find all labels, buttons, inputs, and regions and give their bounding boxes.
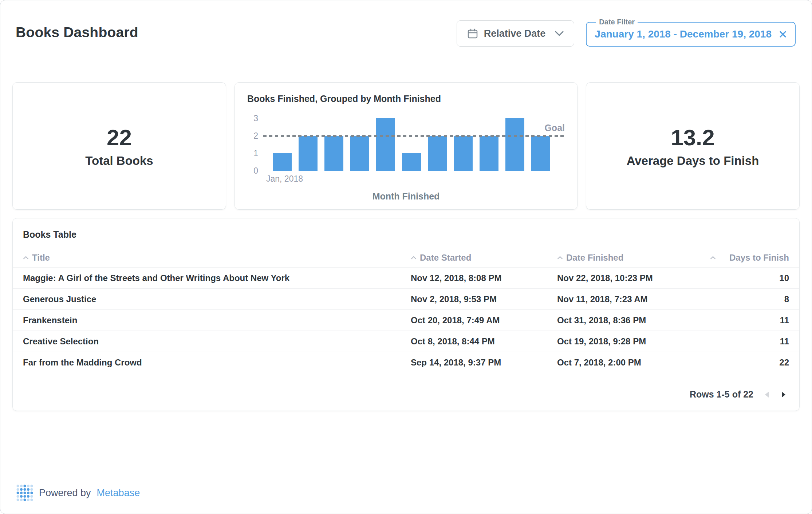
table-cell: Creative Selection: [23, 336, 411, 347]
column-header-title[interactable]: Title: [23, 253, 411, 263]
table-cell: 11: [703, 336, 789, 347]
bar-jan-2018[interactable]: [273, 153, 292, 171]
table-pagination: Rows 1-5 of 22: [13, 373, 799, 401]
cards-row: 22 Total Books Books Finished, Grouped b…: [12, 82, 800, 210]
table-cell: Far from the Madding Crowd: [23, 357, 411, 368]
column-label: Date Started: [420, 253, 471, 263]
x-axis-title: Month Finished: [247, 191, 565, 202]
date-filter-clear-button[interactable]: [779, 30, 787, 38]
table-cell: Oct 8, 2018, 8:44 PM: [411, 336, 557, 347]
avg-days-value: 13.2: [671, 124, 715, 150]
prev-page-icon: [764, 391, 769, 398]
dashboard-page: Books Dashboard Relative Date: [0, 0, 812, 514]
dashboard-header: Books Dashboard Relative Date: [0, 0, 812, 47]
table-cell: Oct 31, 2018, 8:36 PM: [557, 315, 703, 325]
table-cell: 11: [703, 315, 789, 325]
table-cell: 8: [703, 294, 789, 304]
table-cell: Nov 22, 2018, 10:23 PM: [557, 273, 703, 283]
prev-page-button[interactable]: [762, 390, 771, 400]
books-table-card: Books Table Title Date Started Date Fini…: [12, 218, 800, 411]
column-header-date-finished[interactable]: Date Finished: [557, 253, 703, 263]
table-cell: 10: [703, 273, 789, 283]
next-page-button[interactable]: [780, 390, 788, 400]
books-finished-chart-card: Books Finished, Grouped by Month Finishe…: [234, 82, 578, 210]
table-row[interactable]: Maggie: A Girl of the Streets and Other …: [13, 268, 799, 289]
column-header-date-started[interactable]: Date Started: [411, 253, 557, 263]
table-header-row: Title Date Started Date Finished Days to…: [13, 248, 799, 268]
calendar-icon: [467, 28, 478, 39]
total-books-value: 22: [107, 124, 132, 150]
table-cell: Nov 2, 2018, 9:53 PM: [411, 294, 557, 304]
bar-aug-2018[interactable]: [454, 136, 473, 171]
date-filter-value[interactable]: January 1, 2018 - December 19, 2018: [595, 28, 772, 40]
table-cell: Nov 12, 2018, 8:08 PM: [411, 273, 557, 283]
column-label: Date Finished: [566, 253, 623, 263]
page-title: Books Dashboard: [16, 24, 138, 40]
metabase-logo-svg: [16, 485, 33, 501]
bar-oct-2018[interactable]: [505, 118, 524, 171]
table-row[interactable]: Far from the Madding CrowdSep 14, 2018, …: [13, 352, 799, 373]
page-footer: Powered by Metabase: [0, 474, 812, 514]
table-cell: Generous Justice: [23, 294, 411, 304]
bar-feb-2018[interactable]: [299, 136, 318, 171]
bar-mar-2018[interactable]: [324, 136, 343, 171]
table-cell: Maggie: A Girl of the Streets and Other …: [23, 273, 411, 283]
powered-by-label: Powered by: [39, 487, 91, 499]
bar-nov-2018[interactable]: [531, 136, 550, 171]
sort-caret-icon: [557, 256, 563, 260]
column-label: Days to Finish: [729, 253, 789, 263]
avg-days-label: Average Days to Finish: [627, 154, 759, 168]
chevron-down-icon: [555, 31, 564, 36]
bar-jun-2018[interactable]: [402, 153, 421, 171]
chart-plot: Goal: [263, 119, 565, 171]
table-cell: Oct 19, 2018, 9:28 PM: [557, 336, 703, 347]
metabase-link[interactable]: Metabase: [97, 487, 140, 499]
y-tick-label: 0: [253, 166, 258, 176]
table-row[interactable]: FrankensteinOct 20, 2018, 7:49 AMOct 31,…: [13, 310, 799, 331]
relative-date-label: Relative Date: [484, 28, 546, 39]
bar-jul-2018[interactable]: [428, 136, 447, 171]
table-cell: Nov 11, 2018, 7:23 AM: [557, 294, 703, 304]
avg-days-card[interactable]: 13.2 Average Days to Finish: [586, 82, 800, 210]
metabase-logo: [16, 485, 33, 501]
date-filter[interactable]: Date Filter January 1, 2018 - December 1…: [586, 18, 796, 47]
table-cell: Oct 20, 2018, 7:49 AM: [411, 315, 557, 325]
chart-y-axis: 0123: [247, 119, 263, 171]
close-icon: [779, 30, 787, 38]
next-page-icon: [781, 391, 787, 398]
column-label: Title: [32, 253, 50, 263]
bar-may-2018[interactable]: [376, 118, 395, 171]
bar-chart: 0123 Goal: [247, 119, 565, 171]
relative-date-button[interactable]: Relative Date: [457, 20, 575, 47]
y-tick-label: 3: [253, 113, 258, 123]
table-title[interactable]: Books Table: [13, 229, 799, 248]
bar-apr-2018[interactable]: [350, 136, 369, 171]
chart-title[interactable]: Books Finished, Grouped by Month Finishe…: [247, 94, 565, 104]
sort-caret-icon: [710, 256, 716, 260]
rows-count-label: Rows 1-5 of 22: [690, 389, 753, 400]
table-cell: Frankenstein: [23, 315, 411, 325]
x-tick-label: Jan, 2018: [263, 174, 565, 184]
table-row[interactable]: Generous JusticeNov 2, 2018, 9:53 PMNov …: [13, 289, 799, 310]
sort-caret-icon: [23, 256, 29, 260]
goal-label: Goal: [544, 123, 565, 133]
column-header-days-to-finish[interactable]: Days to Finish: [703, 253, 789, 263]
goal-line: [263, 135, 565, 137]
table-cell: 22: [703, 357, 789, 368]
y-tick-label: 1: [253, 148, 258, 158]
table-cell: Sep 14, 2018, 9:37 PM: [411, 357, 557, 368]
chart-bars: [263, 119, 565, 171]
table-row[interactable]: Creative SelectionOct 8, 2018, 8:44 PMOc…: [13, 331, 799, 352]
header-controls: Relative Date Date Filter January 1, 201…: [457, 18, 796, 47]
total-books-label: Total Books: [85, 154, 153, 168]
table-body: Maggie: A Girl of the Streets and Other …: [13, 268, 799, 373]
total-books-card[interactable]: 22 Total Books: [12, 82, 226, 210]
table-cell: Oct 7, 2018, 2:00 PM: [557, 357, 703, 368]
date-filter-label: Date Filter: [596, 18, 638, 26]
y-tick-label: 2: [253, 131, 258, 141]
sort-caret-icon: [411, 256, 417, 260]
bar-sep-2018[interactable]: [480, 136, 498, 171]
